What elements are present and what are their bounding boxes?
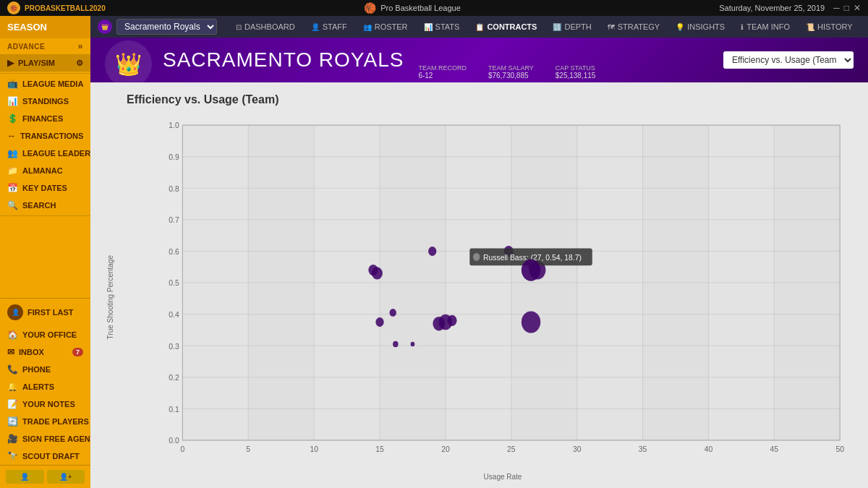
team-banner: 👑 SACRAMENTO ROYALS TEAM RECORD 6-12 TEA… — [90, 38, 868, 82]
svg-text:0.0: 0.0 — [169, 436, 179, 445]
avatar: 👤 — [7, 304, 23, 320]
svg-text:15: 15 — [375, 444, 384, 453]
team-record-stat: TEAM RECORD 6-12 — [418, 64, 467, 80]
sidebar-item-inbox[interactable]: ✉ INBOX 7 — [0, 343, 90, 361]
finances-icon: 💲 — [7, 114, 18, 124]
team-info-icon: ℹ — [741, 23, 744, 31]
svg-text:0.9: 0.9 — [169, 152, 179, 161]
svg-point-58 — [375, 317, 383, 327]
alerts-icon: 🔔 — [7, 382, 18, 392]
inbox-icon: ✉ — [7, 347, 14, 357]
svg-text:0.2: 0.2 — [169, 372, 179, 382]
search-icon: 🔍 — [7, 200, 18, 210]
tab-team-info[interactable]: ℹ TEAM INFO — [733, 20, 797, 34]
sidebar-item-almanac[interactable]: 📁 ALMANAC — [0, 162, 90, 179]
logo-icon: 🏀 — [7, 1, 20, 14]
svg-point-61 — [411, 342, 415, 346]
team-stats-row: TEAM RECORD 6-12 TEAM SALARY $76,730,885… — [418, 64, 595, 82]
sidebar: SEASON ADVANCE » ▶ PLAY/SIM ⚙ 📺 LEAGUE M… — [0, 16, 90, 488]
strategy-icon: 🗺 — [608, 23, 615, 31]
sidebar-item-sign-free-agent[interactable]: 🎥 SIGN FREE AGENT — [0, 430, 90, 448]
sidebar-divider-2 — [0, 215, 90, 216]
user-section: 👤 FIRST LAST — [0, 298, 90, 326]
sidebar-item-league-leaders[interactable]: 👥 LEAGUE LEADERS — [0, 145, 90, 162]
nav-title: 🏀 Pro Basketball League — [364, 2, 461, 14]
svg-text:0.1: 0.1 — [169, 404, 179, 414]
sidebar-item-trade-players[interactable]: 🔄 TRADE PLAYERS — [0, 413, 90, 430]
app-name: PROBASKETBALL2020 — [25, 4, 106, 12]
sidebar-item-your-office[interactable]: 🏠 YOUR OFFICE — [0, 326, 90, 343]
user-name: FIRST LAST — [27, 308, 74, 317]
sidebar-item-transactions[interactable]: ↔ TRANSACTIONS — [0, 127, 90, 145]
sidebar-item-alerts[interactable]: 🔔 ALERTS — [0, 378, 90, 395]
minimize-button[interactable]: ─ — [833, 3, 840, 13]
svg-text:0.3: 0.3 — [169, 341, 179, 351]
tab-history[interactable]: 📜 HISTORY — [799, 20, 860, 34]
play-sim-icon: ▶ — [7, 58, 14, 68]
settings-icon[interactable]: ⚙ — [76, 59, 83, 68]
chart-area: Efficiency vs. Usage (Team) True Shootin… — [90, 82, 868, 488]
tab-depth[interactable]: 🔢 DEPTH — [545, 20, 598, 34]
sidebar-item-key-dates[interactable]: 📅 KEY DATES — [0, 179, 90, 197]
season-header[interactable]: SEASON — [0, 16, 90, 38]
svg-text:50: 50 — [835, 444, 844, 453]
chart-container: True Shooting Percentage 0.00.10.20.30.4… — [98, 114, 854, 481]
sidebar-item-play-sim[interactable]: ▶ PLAY/SIM ⚙ — [0, 54, 90, 72]
chart-selector[interactable]: Efficiency vs. Usage (Team) — [723, 51, 854, 69]
season-label: SEASON — [7, 22, 47, 33]
svg-text:25: 25 — [507, 444, 516, 453]
sidebar-item-phone[interactable]: 📞 PHONE — [0, 361, 90, 378]
svg-point-57 — [372, 267, 383, 279]
add-user-button[interactable]: 👤+ — [47, 470, 85, 484]
chart-type-select[interactable]: Efficiency vs. Usage (Team) — [723, 51, 854, 69]
team-cap-stat: CAP STATUS $25,138,115 — [556, 64, 596, 80]
team-nav-tabs: ⊡ DASHBOARD 👤 STAFF 👥 ROSTER 📊 STATS 📋 — [229, 20, 860, 34]
x-axis-label: Usage Rate — [152, 473, 854, 481]
trade-icon: 🔄 — [7, 416, 18, 427]
svg-text:45: 45 — [770, 444, 779, 453]
topbar: 🏀 PROBASKETBALL2020 🏀 Pro Basketball Lea… — [0, 0, 868, 16]
tab-strategy[interactable]: 🗺 STRATEGY — [600, 20, 667, 34]
scatter-chart: 0.00.10.20.30.40.50.60.70.80.91.00510152… — [152, 114, 854, 471]
depth-icon: 🔢 — [553, 23, 561, 31]
sidebar-action-buttons: 👤 👤+ — [0, 465, 90, 488]
profile-button[interactable]: 👤 — [6, 470, 44, 484]
main-content: 👑 Sacramento Royals ⊡ DASHBOARD 👤 STAFF … — [90, 16, 868, 488]
chart-title: Efficiency vs. Usage (Team) — [98, 93, 854, 106]
staff-icon: 👤 — [311, 23, 320, 31]
tab-roster[interactable]: 👥 ROSTER — [356, 20, 415, 34]
close-button[interactable]: ✕ — [854, 3, 861, 13]
transactions-icon: ↔ — [7, 131, 16, 141]
roster-icon: 👥 — [363, 23, 372, 31]
tab-contracts[interactable]: 📋 CONTRACTS — [468, 20, 544, 34]
tab-dashboard[interactable]: ⊡ DASHBOARD — [229, 20, 302, 34]
notes-icon: 📝 — [7, 399, 18, 409]
svg-text:0.7: 0.7 — [169, 215, 179, 225]
sidebar-item-search[interactable]: 🔍 SEARCH — [0, 197, 90, 214]
sidebar-item-league-media[interactable]: 📺 LEAGUE MEDIA — [0, 75, 90, 93]
svg-point-59 — [389, 309, 396, 317]
svg-text:0: 0 — [180, 444, 184, 453]
sidebar-item-standings[interactable]: 📊 STANDINGS — [0, 93, 90, 110]
almanac-icon: 📁 — [7, 166, 18, 176]
tab-insights[interactable]: 💡 INSIGHTS — [668, 20, 732, 34]
sidebar-item-finances[interactable]: 💲 FINANCES — [0, 110, 90, 127]
sidebar-item-your-notes[interactable]: 📝 YOUR NOTES — [0, 395, 90, 413]
team-selector[interactable]: Sacramento Royals — [116, 19, 217, 35]
team-logo-small: 👑 — [98, 20, 112, 34]
scout-icon: 🔭 — [7, 451, 18, 461]
tab-stats[interactable]: 📊 STATS — [417, 20, 467, 34]
team-mascot: 👑 — [105, 40, 152, 87]
key-dates-icon: 📅 — [7, 183, 18, 193]
maximize-button[interactable]: □ — [844, 3, 849, 13]
insights-icon: 💡 — [676, 23, 684, 31]
svg-text:0.5: 0.5 — [169, 278, 179, 288]
sidebar-divider-1 — [0, 73, 90, 74]
svg-text:35: 35 — [639, 444, 647, 453]
phone-icon: 📞 — [7, 364, 18, 374]
tab-staff[interactable]: 👤 STAFF — [304, 20, 354, 34]
sign-icon: 🎥 — [7, 434, 18, 444]
history-icon: 📜 — [806, 23, 814, 31]
sidebar-item-scout-draft[interactable]: 🔭 SCOUT DRAFT — [0, 448, 90, 465]
svg-point-65 — [447, 315, 456, 326]
